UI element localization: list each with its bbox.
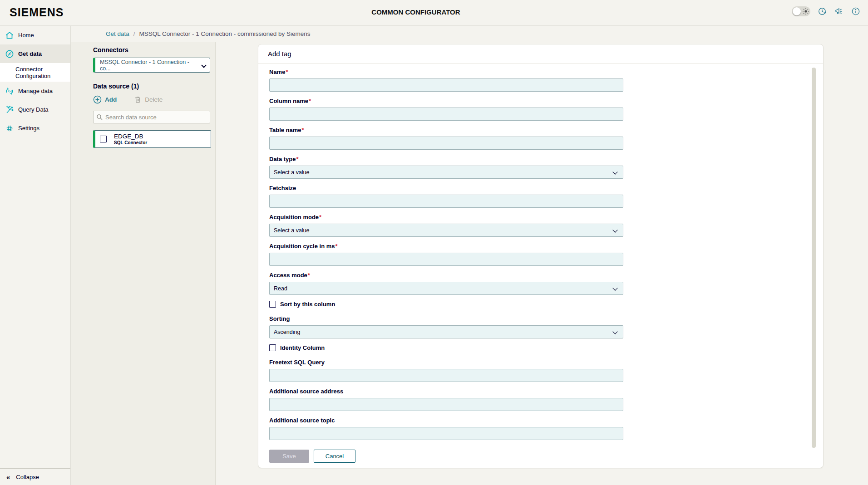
history-icon[interactable] xyxy=(817,6,827,16)
datasource-item-edge-db[interactable]: EDGE_DB SQL Connector xyxy=(93,130,211,148)
table-name-input[interactable] xyxy=(269,137,623,150)
acquisition-mode-select[interactable]: Select a value xyxy=(269,224,623,237)
sidebar-item-manage-data[interactable]: f(x) Manage data xyxy=(0,82,70,100)
field-label: Acquisition mode xyxy=(269,214,319,220)
sidebar-item-label: Get data xyxy=(18,50,42,57)
sidebar-item-settings[interactable]: Settings xyxy=(0,119,70,137)
breadcrumb: Get data / MSSQL Connector - 1 Connectio… xyxy=(106,30,310,37)
sidebar-item-home[interactable]: Home xyxy=(0,26,70,44)
info-icon[interactable] xyxy=(851,6,861,16)
query-branch-icon xyxy=(5,105,15,115)
add-tag-card: Add tag Name* Column name* Table name* D… xyxy=(258,44,824,468)
field-label: Name xyxy=(269,69,285,75)
plug-icon xyxy=(5,49,15,59)
trash-icon xyxy=(134,96,142,103)
form-title: Add tag xyxy=(258,44,823,64)
datasource-search xyxy=(93,111,210,123)
breadcrumb-link-get-data[interactable]: Get data xyxy=(106,30,129,37)
search-input[interactable] xyxy=(93,111,210,123)
field-column-name: Column name* xyxy=(269,98,823,121)
field-additional-address: Additional source address xyxy=(269,388,823,411)
name-input[interactable] xyxy=(269,78,623,92)
fetchsize-input[interactable] xyxy=(269,195,623,208)
datasource-name: EDGE_DB xyxy=(114,133,147,140)
field-sort-by-column: Sort by this column xyxy=(269,301,823,308)
chevron-down-icon xyxy=(612,227,617,232)
app-window: SIEMENS COMMON CONFIGURATOR Home Get dat… xyxy=(0,0,868,485)
additional-source-topic-input[interactable] xyxy=(269,427,623,440)
gear-icon xyxy=(5,123,15,133)
chevron-down-icon xyxy=(612,169,617,174)
datasource-header: Data source (1) xyxy=(93,83,210,90)
access-mode-select[interactable]: Read xyxy=(269,282,623,295)
sort-by-column-checkbox[interactable] xyxy=(269,301,276,308)
chevron-down-icon xyxy=(612,285,617,290)
sidebar-item-connector-configuration[interactable]: Connector Configuration xyxy=(0,63,70,82)
acquisition-cycle-input[interactable] xyxy=(269,253,623,266)
app-header: SIEMENS COMMON CONFIGURATOR xyxy=(0,0,868,26)
field-acquisition-mode: Acquisition mode* Select a value xyxy=(269,214,823,237)
chevron-down-icon xyxy=(612,329,617,334)
sun-icon xyxy=(802,8,809,15)
identity-column-checkbox[interactable] xyxy=(269,344,276,351)
field-label: Additional source address xyxy=(269,388,343,395)
add-tag-form: Name* Column name* Table name* Data type… xyxy=(258,64,823,463)
sidebar-item-label: Query Data xyxy=(18,106,48,113)
cancel-button[interactable]: Cancel xyxy=(314,450,355,463)
data-type-select[interactable]: Select a value xyxy=(269,166,623,179)
collapse-button[interactable]: « Collapse xyxy=(0,468,70,485)
sorting-select[interactable]: Ascending xyxy=(269,325,623,338)
form-scrollbar[interactable] xyxy=(812,68,816,448)
connector-select[interactable]: MSSQL Connector - 1 Connection - co... xyxy=(93,58,210,73)
field-label: Acquisition cycle in ms xyxy=(269,243,335,250)
field-table-name: Table name* xyxy=(269,127,823,150)
connectors-panel: Connectors MSSQL Connector - 1 Connectio… xyxy=(71,42,216,485)
field-label: Column name xyxy=(269,98,308,104)
form-buttons: Save Cancel xyxy=(269,450,823,463)
fx-sync-icon: f(x) xyxy=(5,86,15,96)
header-controls xyxy=(792,6,861,16)
field-additional-topic: Additional source topic xyxy=(269,417,823,440)
additional-source-address-input[interactable] xyxy=(269,398,623,411)
select-value: Select a value xyxy=(274,227,310,234)
sidebar-item-get-data[interactable]: Get data xyxy=(0,44,70,63)
checkbox-label: Identity Column xyxy=(280,344,325,351)
required-marker: * xyxy=(302,127,304,133)
chevron-down-icon xyxy=(201,63,206,68)
required-marker: * xyxy=(335,243,338,250)
delete-datasource-button[interactable]: Delete xyxy=(134,96,163,103)
required-marker: * xyxy=(308,272,310,279)
add-label: Add xyxy=(105,96,117,103)
sidebar-item-query-data[interactable]: Query Data xyxy=(0,100,70,119)
save-button[interactable]: Save xyxy=(269,450,309,463)
add-datasource-button[interactable]: Add xyxy=(93,95,117,104)
delete-label: Delete xyxy=(145,96,163,103)
field-label: Data type xyxy=(269,156,296,162)
required-marker: * xyxy=(296,156,299,162)
checkbox-label: Sort by this column xyxy=(280,301,335,308)
freetext-sql-input[interactable] xyxy=(269,369,623,382)
sidebar-item-label: Settings xyxy=(18,125,39,132)
required-marker: * xyxy=(309,98,311,104)
sidebar-item-label: Home xyxy=(18,32,34,39)
sidebar: Home Get data Connector Configuration f(… xyxy=(0,26,71,485)
field-data-type: Data type* Select a value xyxy=(269,156,823,179)
field-freetext-sql: Freetext SQL Query xyxy=(269,359,823,382)
required-marker: * xyxy=(286,69,288,75)
sidebar-subitem-label: Connector Configuration xyxy=(15,66,70,79)
feedback-icon[interactable] xyxy=(834,6,844,16)
collapse-icon: « xyxy=(6,473,10,481)
field-label: Freetext SQL Query xyxy=(269,359,325,366)
column-name-input[interactable] xyxy=(269,108,623,121)
toggle-knob xyxy=(793,7,801,15)
field-sorting: Sorting Ascending xyxy=(269,315,823,338)
field-access-mode: Access mode* Read xyxy=(269,272,823,295)
field-label: Access mode xyxy=(269,272,307,279)
theme-toggle[interactable] xyxy=(792,6,810,16)
field-label: Table name xyxy=(269,127,301,133)
datasource-checkbox[interactable] xyxy=(100,136,107,142)
breadcrumb-separator: / xyxy=(133,30,135,37)
breadcrumb-current: MSSQL Connector - 1 Connection - commiss… xyxy=(139,30,311,37)
connectors-title: Connectors xyxy=(93,46,210,54)
select-value: Select a value xyxy=(274,169,310,176)
